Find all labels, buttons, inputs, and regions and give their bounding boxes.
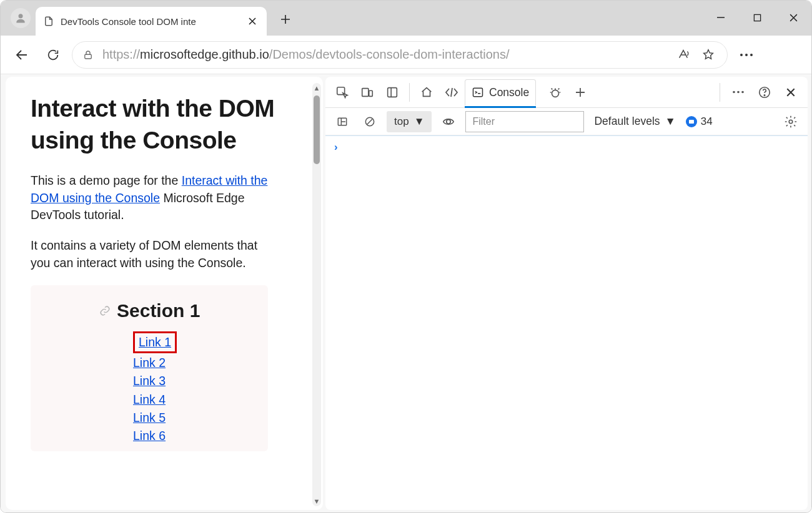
list-item[interactable]: Link 1 (139, 335, 171, 349)
console-prompt-icon: › (334, 141, 338, 153)
scrollbar[interactable]: ▲ ▼ (312, 83, 321, 506)
svg-point-21 (789, 120, 793, 124)
highlighted-link: Link 1 (133, 331, 177, 353)
browser-toolbar: https://microsoftedge.github.io/Demos/de… (1, 36, 811, 74)
svg-point-4 (745, 54, 748, 56)
scroll-up-icon[interactable]: ▲ (312, 83, 321, 93)
link-list: Link 1 Link 2 Link 3 Link 4 Link 5 Link … (133, 331, 253, 445)
chevron-down-icon: ▼ (414, 115, 425, 128)
svg-point-5 (750, 54, 753, 56)
clear-console-icon[interactable] (359, 111, 380, 132)
intro-paragraph-2: It contains a variety of DOM elements th… (31, 237, 268, 271)
menu-button[interactable] (734, 42, 759, 67)
device-toggle-icon[interactable] (355, 81, 379, 104)
refresh-button[interactable] (41, 42, 66, 67)
svg-rect-2 (85, 54, 92, 59)
svg-point-11 (552, 90, 559, 97)
new-tab-button[interactable] (274, 8, 297, 31)
tab-close-icon[interactable] (245, 14, 259, 28)
close-button[interactable] (775, 3, 811, 32)
svg-point-14 (741, 91, 744, 94)
page-title: Interact with the DOM using the Console (31, 93, 298, 156)
list-item[interactable]: Link 4 (133, 391, 166, 408)
devtools-panel: Console (325, 77, 808, 510)
section-title: Section 1 (117, 300, 200, 321)
welcome-tab-icon[interactable] (415, 81, 438, 104)
url-text: https://microsoftedge.github.io/Demos/de… (102, 47, 667, 62)
context-selector[interactable]: top ▼ (387, 111, 432, 132)
svg-point-12 (733, 91, 735, 94)
minimize-button[interactable] (703, 3, 739, 32)
log-levels-selector[interactable]: Default levels ▼ (590, 115, 679, 128)
filter-input[interactable]: Filter (465, 111, 584, 132)
svg-rect-1 (754, 14, 760, 21)
svg-point-3 (740, 54, 743, 56)
console-body[interactable]: › (325, 135, 808, 510)
tab-label: Console (489, 86, 529, 99)
title-bar: DevTools Console tool DOM inte (1, 1, 811, 36)
read-aloud-icon[interactable] (675, 48, 692, 62)
main-area: Interact with the DOM using the Console … (1, 74, 811, 512)
svg-point-19 (447, 119, 450, 123)
maximize-button[interactable] (739, 3, 775, 32)
svg-point-16 (764, 94, 765, 95)
issues-counter[interactable]: 34 (686, 115, 713, 128)
chevron-down-icon: ▼ (665, 115, 676, 128)
svg-rect-20 (689, 120, 694, 124)
tab-title: DevTools Console tool DOM inte (61, 16, 239, 27)
address-bar[interactable]: https://microsoftedge.github.io/Demos/de… (72, 41, 728, 69)
issues-tab-icon[interactable] (543, 81, 567, 104)
toggle-sidebar-icon[interactable] (332, 111, 353, 132)
favorite-icon[interactable] (700, 48, 717, 62)
profile-avatar[interactable] (11, 8, 31, 28)
intro-paragraph-1: This is a demo page for the Interact wit… (31, 172, 268, 223)
page-content: Interact with the DOM using the Console … (6, 77, 323, 510)
page-icon (43, 16, 54, 27)
page-viewport: Interact with the DOM using the Console … (1, 74, 323, 512)
svg-rect-7 (362, 88, 369, 96)
live-expression-icon[interactable] (438, 111, 459, 132)
issue-icon (686, 116, 697, 127)
more-tabs-button[interactable] (568, 81, 592, 104)
console-toolbar: top ▼ Filter Default levels ▼ 34 (325, 108, 808, 135)
devtools-tab-bar: Console (325, 77, 808, 108)
console-settings-icon[interactable] (780, 111, 801, 132)
svg-rect-10 (473, 88, 483, 96)
dock-icon[interactable] (380, 81, 404, 104)
back-button[interactable] (9, 42, 34, 67)
svg-point-13 (737, 91, 740, 94)
list-item[interactable]: Link 6 (133, 428, 166, 444)
list-item[interactable]: Link 2 (133, 354, 166, 371)
inspect-icon[interactable] (330, 81, 354, 104)
list-item[interactable]: Link 5 (133, 409, 166, 426)
svg-rect-9 (388, 87, 397, 97)
devtools-menu-button[interactable] (726, 81, 750, 104)
scrollbar-thumb[interactable] (314, 95, 320, 164)
scroll-down-icon[interactable]: ▼ (312, 496, 321, 506)
svg-point-0 (19, 14, 23, 18)
list-item[interactable]: Link 3 (133, 373, 166, 389)
browser-tab[interactable]: DevTools Console tool DOM inte (36, 7, 267, 36)
help-icon[interactable] (753, 81, 776, 104)
svg-rect-8 (369, 90, 373, 96)
devtools-close-icon[interactable] (779, 81, 803, 104)
tab-console[interactable]: Console (465, 79, 536, 105)
elements-tab-icon[interactable] (440, 81, 463, 104)
anchor-icon (99, 305, 111, 316)
window-controls (703, 3, 811, 32)
lock-icon (82, 49, 95, 61)
section-1: Section 1 Link 1 Link 2 Link 3 Link 4 Li… (31, 285, 268, 451)
